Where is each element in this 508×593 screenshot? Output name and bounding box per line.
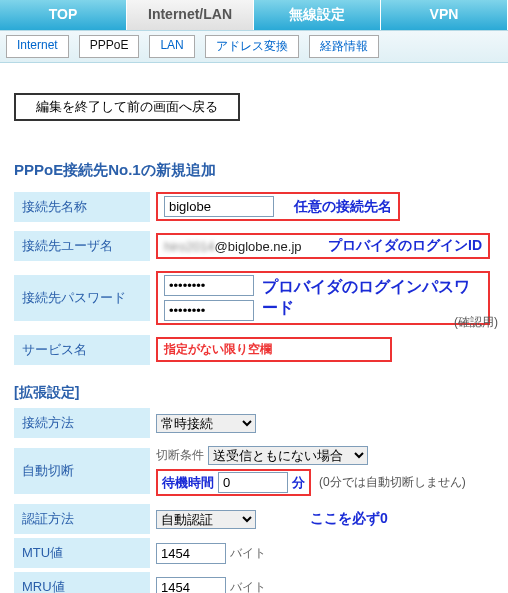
- wait-label: 待機時間: [162, 474, 214, 492]
- user-blurred: hiro2014: [164, 239, 215, 254]
- subtab-addr-trans[interactable]: アドレス変換: [205, 35, 299, 58]
- ann-conn-pass: プロバイダのログインパスワード: [262, 277, 482, 319]
- input-mru[interactable]: [156, 577, 226, 594]
- ext-settings-title: [拡張設定]: [14, 384, 494, 402]
- select-disc-cond[interactable]: 送受信ともにない場合: [208, 446, 368, 465]
- mru-unit: バイト: [230, 579, 266, 594]
- label-auth-method: 認証方法: [14, 504, 150, 534]
- user-suffix: @biglobe.ne.jp: [215, 239, 302, 254]
- ann-auth: ここを必ず0: [310, 510, 388, 528]
- back-button[interactable]: 編集を終了して前の画面へ戻る: [14, 93, 240, 121]
- label-conn-pass: 接続先パスワード: [14, 275, 150, 321]
- ann-conn-user: プロバイダのログインID: [328, 237, 482, 255]
- section-title: PPPoE接続先No.1の新規追加: [14, 161, 494, 180]
- tab-vpn[interactable]: VPN: [381, 0, 508, 30]
- subtab-pppoe[interactable]: PPPoE: [79, 35, 140, 58]
- select-auth-method[interactable]: 自動認証: [156, 510, 256, 529]
- select-conn-method[interactable]: 常時接続: [156, 414, 256, 433]
- label-mtu: MTU値: [14, 538, 150, 568]
- subtab-lan[interactable]: LAN: [149, 35, 194, 58]
- label-auto-disc: 自動切断: [14, 448, 150, 494]
- subtab-internet[interactable]: Internet: [6, 35, 69, 58]
- label-conn-user: 接続先ユーザ名: [14, 231, 150, 261]
- confirm-note: (確認用): [454, 314, 498, 331]
- label-conn-name: 接続先名称: [14, 192, 150, 222]
- input-password-confirm[interactable]: [164, 300, 254, 321]
- label-mru: MRU値: [14, 572, 150, 593]
- input-conn-name[interactable]: [164, 196, 274, 217]
- tab-internet-lan[interactable]: Internet/LAN: [127, 0, 254, 30]
- tab-wireless[interactable]: 無線設定: [254, 0, 381, 30]
- input-wait-time[interactable]: [218, 472, 288, 493]
- input-password[interactable]: [164, 275, 254, 296]
- subtab-route-info[interactable]: 経路情報: [309, 35, 379, 58]
- mtu-unit: バイト: [230, 545, 266, 562]
- input-mtu[interactable]: [156, 543, 226, 564]
- wait-unit: 分: [292, 474, 305, 492]
- tab-top[interactable]: TOP: [0, 0, 127, 30]
- ann-service-name: 指定がない限り空欄: [164, 342, 272, 356]
- ann-conn-name: 任意の接続先名: [294, 198, 392, 216]
- label-service-name: サービス名: [14, 335, 150, 365]
- wait-note: (0分では自動切断しません): [319, 474, 466, 491]
- disc-cond-label: 切断条件: [156, 447, 204, 464]
- label-conn-method: 接続方法: [14, 408, 150, 438]
